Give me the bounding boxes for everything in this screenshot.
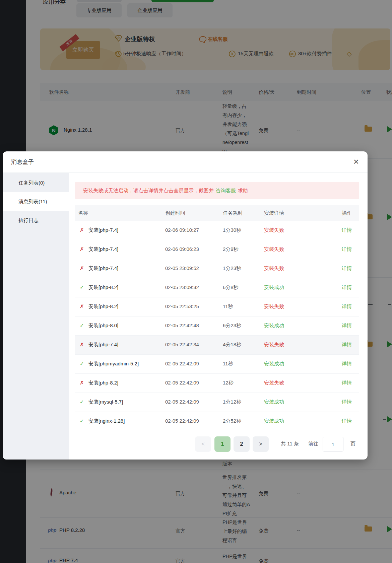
page-2-button[interactable]: 2	[234, 436, 250, 452]
task-result: 安装成功	[264, 361, 284, 367]
task-duration: 2分9秒	[223, 246, 239, 253]
task-table-header: 名称 创建时间 任务耗时 安装详情 操作	[75, 205, 359, 221]
task-result: 安装失败	[264, 342, 284, 348]
task-status-icon: ✗	[80, 227, 84, 233]
page-1-button[interactable]: 1	[214, 436, 231, 452]
task-detail-link[interactable]: 详情	[342, 303, 352, 310]
task-name: 安装[php-8.2]	[88, 284, 118, 291]
task-status-icon: ✓	[80, 418, 84, 424]
contact-support-link[interactable]: 咨询客服	[216, 188, 236, 194]
task-name: 安装[mysql-5.7]	[88, 399, 123, 405]
task-row: ✓ 安装[php-8.0] 02-05 22:42:48 6分23秒 安装成功 …	[75, 316, 359, 336]
task-duration: 11秒	[223, 303, 233, 310]
task-result: 安装失败	[264, 246, 284, 253]
task-detail-link[interactable]: 详情	[342, 361, 352, 367]
task-created-time: 02-05 22:42:48	[165, 323, 199, 328]
task-name: 安装[php-7.4]	[88, 246, 118, 253]
task-created-time: 02-05 22:42:09	[165, 361, 199, 366]
prev-page-button[interactable]: <	[195, 436, 211, 452]
task-status-icon: ✓	[80, 323, 84, 329]
task-detail-link[interactable]: 详情	[342, 323, 352, 329]
task-status-icon: ✗	[80, 303, 84, 309]
install-fail-alert: 安装失败或无法启动，请点击详情并点击全屏显示，截图并 咨询客服 求助	[75, 182, 359, 199]
task-result: 安装失败	[264, 303, 284, 310]
task-duration: 1分12秒	[223, 399, 241, 405]
task-result: 安装成功	[264, 323, 284, 329]
col-created: 创建时间	[165, 210, 185, 216]
task-detail-link[interactable]: 详情	[342, 284, 352, 291]
task-row: ✗ 安装[php-8.2] 02-05 22:53:25 11秒 安装失败 详情	[75, 297, 359, 316]
task-duration: 11秒	[223, 361, 233, 367]
task-detail-link[interactable]: 详情	[342, 399, 352, 405]
task-status-icon: ✓	[80, 284, 84, 290]
task-duration: 1分23秒	[223, 265, 241, 272]
task-created-time: 02-05 22:42:34	[165, 342, 199, 347]
task-duration: 12秒	[223, 380, 234, 386]
task-name: 安装[php-7.4]	[88, 265, 118, 272]
task-created-time: 02-05 22:42:09	[165, 399, 199, 405]
task-detail-link[interactable]: 详情	[342, 227, 352, 233]
task-result: 安装失败	[264, 265, 284, 272]
task-name: 安装[phpmyadmin-5.2]	[88, 361, 139, 367]
task-rows: ✗ 安装[php-7.4] 02-06 09:10:27 1分30秒 安装失败 …	[75, 221, 359, 431]
goto-label: 前往	[308, 441, 318, 447]
task-status-icon: ✗	[80, 265, 84, 271]
task-name: 安装[nginx-1.28]	[88, 418, 125, 424]
task-detail-link[interactable]: 详情	[342, 265, 352, 272]
task-duration: 6分23秒	[223, 323, 241, 329]
task-detail-link[interactable]: 详情	[342, 380, 352, 386]
task-row: ✓ 安装[nginx-1.28] 02-05 22:42:09 2分52秒 安装…	[75, 412, 359, 431]
task-result: 安装失败	[264, 227, 284, 233]
modal-title: 消息盒子	[11, 158, 34, 166]
task-duration: 4分18秒	[223, 342, 241, 348]
task-row: ✗ 安装[php-7.4] 02-06 09:06:23 2分9秒 安装失败 详…	[75, 240, 359, 259]
task-name: 安装[php-8.2]	[88, 380, 118, 386]
task-status-icon: ✗	[80, 246, 84, 252]
col-detail: 安装详情	[264, 210, 284, 216]
close-icon[interactable]: ×	[350, 156, 362, 167]
page-suffix-label: 页	[350, 441, 355, 447]
task-row: ✓ 安装[php-8.2] 02-05 23:09:32 6分8秒 安装成功 详…	[75, 278, 359, 297]
task-created-time: 02-06 09:10:27	[165, 227, 199, 233]
task-name: 安装[php-8.2]	[88, 303, 118, 310]
task-name: 安装[php-7.4]	[88, 227, 118, 233]
task-result: 安装成功	[264, 284, 284, 291]
task-row: ✗ 安装[php-7.4] 02-05 23:09:52 1分23秒 安装失败 …	[75, 259, 359, 278]
task-row: ✗ 安装[php-7.4] 02-05 22:42:34 4分18秒 安装失败 …	[75, 336, 359, 355]
task-result: 安装成功	[264, 399, 284, 405]
task-detail-link[interactable]: 详情	[342, 246, 352, 253]
task-duration: 6分8秒	[223, 284, 239, 291]
task-row: ✓ 安装[phpmyadmin-5.2] 02-05 22:42:09 11秒 …	[75, 355, 359, 374]
task-created-time: 02-05 22:53:25	[165, 303, 199, 309]
task-row: ✗ 安装[php-7.4] 02-06 09:10:27 1分30秒 安装失败 …	[75, 221, 359, 240]
goto-page-input[interactable]	[323, 437, 343, 451]
tab-exec-log[interactable]: 执行日志	[3, 211, 69, 230]
task-result: 安装失败	[264, 380, 284, 386]
col-name: 名称	[78, 210, 88, 216]
task-duration: 2分52秒	[223, 418, 241, 424]
task-created-time: 02-05 22:42:09	[165, 418, 199, 424]
task-duration: 1分30秒	[223, 227, 241, 233]
task-name: 安装[php-7.4]	[88, 342, 118, 348]
col-duration: 任务耗时	[223, 210, 243, 216]
task-status-icon: ✗	[80, 342, 84, 348]
task-created-time: 02-05 23:09:32	[165, 284, 199, 290]
task-result: 安装成功	[264, 418, 284, 424]
task-row: ✗ 安装[php-8.2] 02-05 22:42:09 12秒 安装失败 详情	[75, 374, 359, 393]
next-page-button[interactable]: >	[253, 436, 269, 452]
col-action: 操作	[342, 210, 352, 216]
task-detail-link[interactable]: 详情	[342, 342, 352, 348]
task-detail-link[interactable]: 详情	[342, 418, 352, 424]
task-created-time: 02-05 22:42:09	[165, 380, 199, 385]
task-created-time: 02-06 09:06:23	[165, 246, 199, 252]
alert-suffix: 求助	[238, 188, 248, 194]
task-status-icon: ✗	[80, 380, 84, 386]
alert-text: 安装失败或无法启动，请点击详情并点击全屏显示，截图并	[83, 188, 214, 194]
tab-task-list[interactable]: 任务列表(0)	[3, 173, 69, 192]
task-name: 安装[php-8.0]	[88, 323, 118, 329]
task-row: ✓ 安装[mysql-5.7] 02-05 22:42:09 1分12秒 安装成…	[75, 393, 359, 412]
tab-message-list[interactable]: 消息列表(11)	[3, 192, 69, 211]
total-count-text: 共 11 条	[281, 441, 299, 447]
task-created-time: 02-05 23:09:52	[165, 265, 199, 271]
message-box-modal: 消息盒子 × 任务列表(0) 消息列表(11) 执行日志 安装失败或无法启动，请…	[3, 151, 368, 460]
